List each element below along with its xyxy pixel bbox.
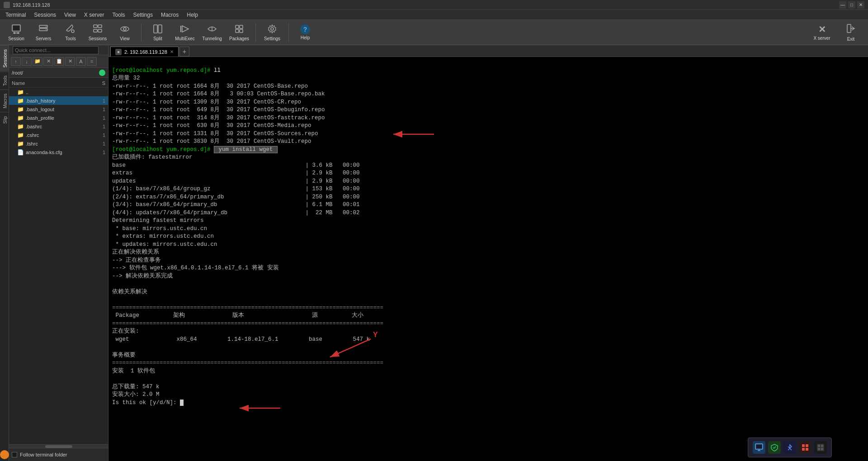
menu-terminal[interactable]: Terminal <box>2 11 29 19</box>
tree-item-anaconda[interactable]: 📄 anaconda-ks.cfg 1 <box>9 148 108 156</box>
follow-terminal-checkbox[interactable] <box>12 452 17 457</box>
toolbar-sep-1 <box>141 24 142 42</box>
term-line-37: 总下载量: 547 k <box>112 384 160 390</box>
stb-copy-btn[interactable]: 📋 <box>54 57 64 66</box>
term-line-31: 正在安装: <box>112 328 139 334</box>
terminal-tab-active[interactable]: ■ 2. 192.168.119.128 ✕ <box>110 47 179 56</box>
term-line-18: (3/4): base/7/x86_64/primary_db | 6.1 MB… <box>112 202 360 208</box>
vtab-tools[interactable]: Tools <box>0 71 9 89</box>
new-tab-button[interactable]: + <box>179 47 189 56</box>
sidebar-scrollbar[interactable] <box>9 444 108 448</box>
tree-item-size-bash-history: 1 <box>96 98 105 103</box>
term-line-6: -rw-r--r--. 1 root root 649 8月 30 2017 C… <box>112 107 325 113</box>
maximize-button[interactable]: □ <box>848 1 855 9</box>
svg-rect-10 <box>94 25 97 28</box>
tree-item-size-cshrc: 1 <box>96 132 105 138</box>
tree-item-bash-profile[interactable]: 📁 .bash_profile 1 <box>9 113 108 122</box>
tree-item-bashrc[interactable]: 📁 .bashrc 1 <box>9 122 108 131</box>
term-line-35: 安装 1 软件包 <box>112 368 155 374</box>
menu-help[interactable]: Help <box>183 11 202 19</box>
stb-eq-btn[interactable]: = <box>87 57 97 66</box>
toolbar-sessions-btn[interactable]: Sessions <box>85 22 110 43</box>
toolbar-settings-btn[interactable]: Settings <box>259 22 285 43</box>
term-line-11: [root@localhost yum.repos.d]# yum instal… <box>112 146 278 153</box>
tree-item-bash-logout[interactable]: 📁 .bash_logout 1 <box>9 105 108 113</box>
term-line-15: updates | 2.9 kB 00:00 <box>112 178 360 184</box>
toolbar-xserver-btn[interactable]: ✕ X server <box>808 22 835 43</box>
svg-rect-22 <box>240 25 243 28</box>
stb-close-btn[interactable]: ✕ <box>65 57 75 66</box>
toolbar-tunneling-btn[interactable]: Tunneling <box>199 22 225 43</box>
term-line-29: 依赖关系解决 <box>112 289 147 295</box>
toolbar-view-btn[interactable]: View <box>112 22 137 43</box>
xserver-icon: ✕ <box>818 24 826 35</box>
tree-item-name: .. <box>26 89 96 95</box>
svg-point-15 <box>123 28 126 30</box>
minimize-button[interactable]: — <box>839 1 846 9</box>
stb-a-btn[interactable]: A <box>76 57 86 66</box>
svg-rect-17 <box>158 25 162 33</box>
svg-rect-43 <box>818 448 820 450</box>
status-shield-icon[interactable] <box>768 441 781 454</box>
close-button[interactable]: ✕ <box>857 1 864 9</box>
terminal-output[interactable]: [root@localhost yum.repos.d]# ll 总用量 32 … <box>108 57 868 461</box>
file-icon-anaconda: 📄 <box>17 149 24 155</box>
status-dark-icon[interactable] <box>814 441 827 454</box>
term-line-2: 总用量 32 <box>112 75 140 81</box>
status-bluetooth-icon[interactable] <box>783 441 796 454</box>
tree-item-name-bash-profile: .bash_profile <box>26 115 96 121</box>
term-sep-2: ========================================… <box>112 320 383 327</box>
follow-terminal-label: Follow terminal folder <box>20 452 67 457</box>
svg-rect-24 <box>240 29 243 33</box>
toolbar-view-label: View <box>120 36 130 41</box>
term-line-8: -rw-r--r--. 1 root root 630 8月 30 2017 C… <box>112 122 311 129</box>
toolbar-split-btn[interactable]: Split <box>145 22 170 43</box>
tree-item-parent[interactable]: 📁 .. <box>9 88 108 96</box>
status-windows-icon[interactable] <box>799 441 811 454</box>
vtab-slip[interactable]: Slip <box>0 112 9 127</box>
path-bar: /root/ <box>9 68 108 78</box>
stb-delete-btn[interactable]: ✕ <box>43 57 53 66</box>
svg-rect-41 <box>818 445 820 447</box>
menu-xserver[interactable]: X server <box>80 11 108 19</box>
term-line-21: * base: mirrors.ustc.edu.cn <box>112 226 207 232</box>
svg-point-9 <box>71 30 74 33</box>
menu-tools[interactable]: Tools <box>109 11 129 19</box>
toolbar-tools-label: Tools <box>65 36 75 41</box>
toolbar-packages-btn[interactable]: Packages <box>226 22 252 43</box>
stb-folder-btn[interactable]: 📁 <box>33 57 42 66</box>
tree-item-cshrc[interactable]: 📁 .cshrc 1 <box>9 131 108 139</box>
toolbar-exit-btn[interactable]: Exit <box>837 22 864 43</box>
vtab-sessions[interactable]: Sessions <box>0 45 9 71</box>
vtab-macros[interactable]: Macros <box>0 89 9 112</box>
status-monitor-icon[interactable] <box>753 441 765 454</box>
stb-up-btn[interactable]: ↑ <box>11 57 21 66</box>
tree-item-bash-history[interactable]: 📁 .bash_history 1 <box>9 96 108 105</box>
toolbar-sep-3 <box>288 24 289 42</box>
toolbar-servers-btn[interactable]: Servers <box>31 22 56 43</box>
sidebar-vtabs: Sessions Tools Macros Slip <box>0 45 9 461</box>
status-bar <box>748 437 832 457</box>
tree-item-name-bashrc: .bashrc <box>26 124 96 129</box>
tree-item-size-anaconda: 1 <box>96 150 105 155</box>
tab-close-icon[interactable]: ✕ <box>170 49 174 54</box>
toolbar-tools-btn[interactable]: Tools <box>58 22 83 43</box>
svg-rect-11 <box>98 25 102 28</box>
toolbar-session-btn[interactable]: Session <box>4 22 29 43</box>
menu-view[interactable]: View <box>61 11 80 19</box>
toolbar-help-btn[interactable]: ? Help <box>292 22 318 43</box>
term-line-32: wget x86_64 1.14-18.el7_6.1 base 547 k <box>112 336 370 343</box>
menu-sessions[interactable]: Sessions <box>30 11 60 19</box>
term-line-17: (2/4): extras/7/x86_64/primary_db | 250 … <box>112 194 360 200</box>
menu-macros[interactable]: Macros <box>157 11 182 19</box>
toolbar-multiexec-btn[interactable]: MultiExec <box>172 22 198 43</box>
term-line-19: (4/4): updates/7/x86_64/primary_db | 22 … <box>112 210 360 216</box>
tree-item-tshrc[interactable]: 📁 .tshrc 1 <box>9 139 108 148</box>
term-line-22: * extras: mirrors.ustc.edu.cn <box>112 233 214 240</box>
multiexec-icon <box>180 24 190 35</box>
quick-connect-input[interactable] <box>13 46 99 54</box>
exit-icon <box>846 24 856 36</box>
sidebar-content: ↑ ↓ 📁 ✕ 📋 ✕ A = /root/ Name <box>9 45 108 461</box>
stb-down-btn[interactable]: ↓ <box>22 57 32 66</box>
menu-settings[interactable]: Settings <box>130 11 156 19</box>
